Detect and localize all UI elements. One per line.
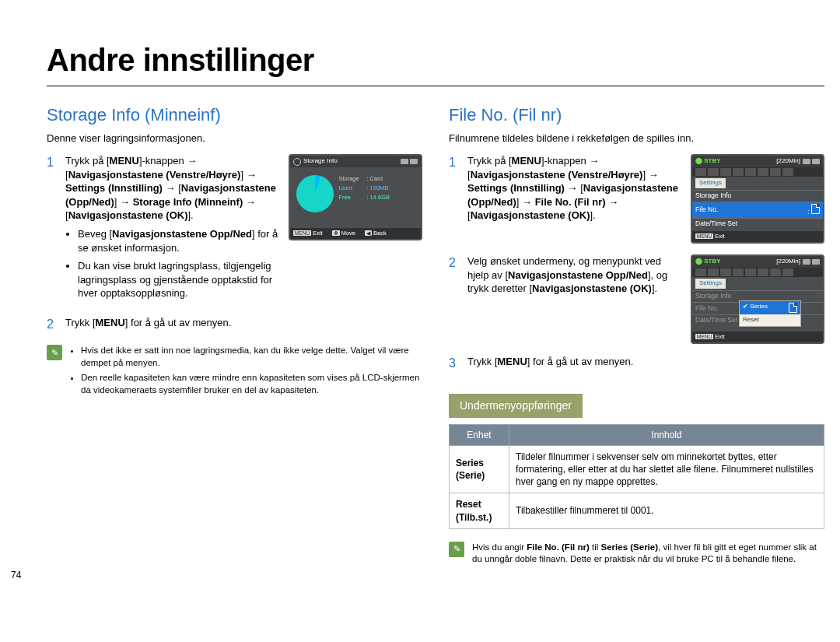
stby-indicator: ⬤ STBY <box>695 157 721 166</box>
t: Exit <box>715 233 725 240</box>
t: Navigasjonstastene (OK) <box>68 209 188 221</box>
t: STBY <box>704 157 720 164</box>
note-item: Hvis det ikke er satt inn noe lagringsme… <box>81 345 422 369</box>
back-key-icon: ◀ <box>365 230 372 236</box>
t: Trykk [ <box>467 356 498 367</box>
bullet: Du kan vise brukt lagringsplass, tilgjen… <box>78 259 279 300</box>
t: → [ <box>163 182 181 194</box>
t: : Card <box>366 175 382 182</box>
submenu-row: Reset <box>740 314 800 326</box>
t: ] → <box>240 169 256 181</box>
left-heading: Storage Info (Minneinf) <box>47 103 422 127</box>
t: ] → <box>642 169 658 181</box>
menu-key: MENU <box>293 230 311 236</box>
options-table: Enhet Innhold Series(Serie) Tildeler fil… <box>449 424 824 529</box>
submenu-row-selected: ✔ Series <box>740 301 800 314</box>
t: Back <box>373 230 387 237</box>
th-unit: Enhet <box>450 424 509 445</box>
t: Tildeler filnummer i sekvenser selv om m… <box>509 445 824 493</box>
t: ]. <box>590 209 596 221</box>
doc-icon <box>789 303 797 313</box>
t: Trykk [ <box>65 317 96 328</box>
note-list: Hvis det ikke er satt inn noe lagringsme… <box>70 345 422 399</box>
t: Free <box>338 194 366 202</box>
page-title: Andre innstillinger <box>47 39 824 81</box>
right-step-3: 3 Trykk [MENU] for å gå ut av menyen. <box>449 355 824 372</box>
left-column: Storage Info (Minneinf) Denne viser lagr… <box>47 103 422 566</box>
note-text: Hvis du angir File No. (Fil nr) til Seri… <box>472 542 824 566</box>
menu-key: MENU <box>695 334 713 339</box>
storage-legend: Storage: Card Used: 190MB Free: 14.6GB <box>338 175 390 203</box>
icon-strip <box>692 268 823 277</box>
left-lead: Denne viser lagringsinformasjonen. <box>47 132 422 146</box>
t: Navigasjonstastene (Venstre/Høyre) <box>68 169 241 181</box>
t: ] → <box>516 196 535 208</box>
menu-row: Date/Time Set <box>692 218 823 230</box>
menu-row-selected: File No.: <box>692 202 823 217</box>
submenu-popup: ✔ Series Reset <box>739 300 801 327</box>
t: Trykk på [ <box>65 155 110 167</box>
rec-time: [220Min] <box>776 157 800 166</box>
t: STBY <box>704 258 720 265</box>
t: ] for å gå ut av menyen. <box>527 356 634 367</box>
t: (Tilb.st.) <box>456 512 492 523</box>
rule <box>47 86 824 86</box>
status-icons <box>401 159 418 164</box>
gear-icon <box>293 158 301 166</box>
t: → [ <box>565 182 583 194</box>
t: ]. <box>652 282 657 294</box>
table-row: Reset(Tilb.st.) Tilbakestiller filnummer… <box>450 493 824 528</box>
t: Storage <box>338 175 366 183</box>
left-step-1: 1 Trykk på [MENU]-knappen → [Navigasjons… <box>47 154 422 304</box>
note-icon: ✎ <box>449 542 464 557</box>
th-content: Innhold <box>509 424 824 445</box>
t: Navigasjonstastene Opp/Ned <box>112 228 252 240</box>
t: Used <box>338 184 366 192</box>
t: Tilbakestiller filnummeret til 0001. <box>509 493 824 528</box>
t: Reset <box>456 499 481 510</box>
right-heading: File No. (Fil nr) <box>449 103 824 127</box>
table-row: Series(Serie) Tildeler filnummer i sekve… <box>450 445 824 493</box>
right-column: File No. (Fil nr) Filnumrene tildeles bi… <box>449 103 824 566</box>
t: Beveg [ <box>78 228 112 240</box>
nav-key-icon: ✥ <box>332 230 340 236</box>
left-step-2: 2 Trykk [MENU] for å gå ut av menyen. <box>47 316 422 333</box>
screenshot-file-no-submenu: ⬤ STBY [220Min] Settings Storage Info <box>691 254 824 344</box>
right-step-2: 2 Velg ønsket undermeny, og menypunkt ve… <box>449 254 824 344</box>
t: Navigasjonstastene Opp/Ned <box>508 269 648 281</box>
note-icon: ✎ <box>47 345 62 360</box>
t: Exit <box>313 230 323 237</box>
t: Settings (Innstilling) <box>65 182 163 194</box>
step-number: 2 <box>47 316 58 333</box>
t: Navigasjonstastene (OK) <box>471 209 590 221</box>
screen-title: Storage Info <box>303 157 338 166</box>
bullet: Beveg [Navigasjonstastene Opp/Ned] for å… <box>78 227 279 254</box>
t: Exit <box>715 333 725 340</box>
t: File No. (Fil nr) <box>535 196 606 208</box>
t: Storage Info (Minneinf) <box>133 196 243 208</box>
t: : 14.6GB <box>366 194 390 201</box>
page-number: 74 <box>11 569 21 581</box>
t: MENU <box>512 155 541 167</box>
screenshot-storage-info: Storage Info Storage: Card Used: 190MB F… <box>289 154 422 240</box>
stby-indicator: ⬤ STBY <box>695 258 721 266</box>
t: Trykk på [ <box>467 155 512 167</box>
right-lead: Filnumrene tildeles bildene i rekkefølge… <box>449 132 824 146</box>
t: MENU <box>96 317 125 328</box>
step-number: 1 <box>449 154 460 171</box>
t: ] for å gå ut av menyen. <box>125 317 232 328</box>
right-step-1: 1 Trykk på [MENU]-knappen → [Navigasjons… <box>449 154 824 244</box>
note-item: Den reelle kapasiteten kan være mindre e… <box>81 372 422 396</box>
step-number: 1 <box>47 154 58 171</box>
settings-tab: Settings <box>695 178 726 188</box>
doc-icon <box>811 204 820 214</box>
pie-chart-icon <box>296 175 334 212</box>
menu-key: MENU <box>695 233 713 239</box>
t: ]. <box>188 209 194 221</box>
t: (Serie) <box>456 470 485 481</box>
step-number: 2 <box>449 254 460 272</box>
submenu-heading: Undermenyoppføringer <box>449 394 583 418</box>
step-number: 3 <box>449 355 460 372</box>
status-icons <box>803 159 820 164</box>
menu-row: Storage Info <box>692 190 823 202</box>
